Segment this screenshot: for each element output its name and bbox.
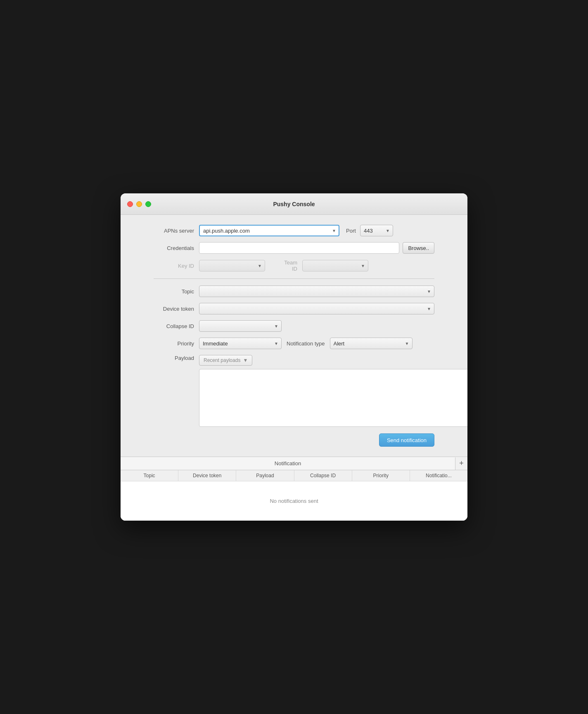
topic-wrapper: ▼	[199, 286, 434, 297]
topic-row: Topic ▼	[154, 286, 434, 297]
traffic-lights	[127, 201, 151, 207]
apns-server-row: APNs server api.push.apple.com api.devel…	[154, 225, 434, 236]
priority-select[interactable]: Immediate Low	[199, 338, 282, 349]
collapse-id-label: Collapse ID	[154, 323, 199, 329]
port-wrapper: 443 2197 ▼	[360, 225, 393, 236]
notification-type-wrapper: Alert Background VoIP Complication File …	[330, 338, 413, 349]
recent-payloads-chevron-icon: ▼	[243, 357, 248, 363]
col-header-topic: Topic	[121, 470, 178, 481]
main-content: APNs server api.push.apple.com api.devel…	[121, 215, 467, 457]
notification-type-select[interactable]: Alert Background VoIP Complication File …	[330, 338, 413, 349]
collapse-id-row: Collapse ID ▼	[154, 320, 434, 332]
notification-type-label: Notification type	[282, 340, 330, 347]
col-header-notification-type: Notificatio...	[410, 470, 467, 481]
team-id-select[interactable]	[302, 260, 368, 271]
payload-label: Payload	[154, 355, 199, 361]
col-header-payload: Payload	[236, 470, 294, 481]
recent-payloads-label: Recent payloads	[204, 357, 240, 363]
table-header-section: Notification +	[121, 457, 467, 470]
credentials-input-group: Browse..	[199, 242, 434, 254]
col-header-priority: Priority	[352, 470, 410, 481]
collapse-id-select[interactable]	[199, 320, 282, 332]
add-group-button[interactable]: +	[455, 457, 467, 470]
key-id-wrapper: ▼	[199, 260, 265, 271]
send-button-row: Send notification	[154, 433, 434, 447]
credentials-row: Credentials Browse..	[154, 242, 434, 254]
key-team-row: Key ID ▼ Team ID ▼	[154, 259, 434, 272]
table-section: Notification + Topic Device token Payloa…	[121, 457, 467, 521]
team-id-label: Team ID	[265, 259, 302, 272]
port-select[interactable]: 443 2197	[360, 225, 393, 236]
collapse-id-wrapper: ▼	[199, 320, 282, 332]
send-notification-button[interactable]: Send notification	[379, 433, 434, 447]
browse-button[interactable]: Browse..	[403, 242, 434, 254]
table-columns: Topic Device token Payload Collapse ID P…	[121, 470, 467, 481]
minimize-button[interactable]	[136, 201, 142, 207]
device-token-label: Device token	[154, 306, 199, 312]
section-divider	[154, 278, 434, 279]
col-header-collapse-id: Collapse ID	[294, 470, 352, 481]
app-window: Pushy Console APNs server api.push.apple…	[121, 193, 467, 521]
topic-label: Topic	[154, 288, 199, 295]
payload-row: Payload Recent payloads ▼	[154, 355, 434, 366]
key-id-select[interactable]	[199, 260, 265, 271]
maximize-button[interactable]	[145, 201, 151, 207]
device-token-select[interactable]	[199, 303, 434, 314]
priority-wrapper: Immediate Low ▼	[199, 338, 282, 349]
apns-server-select[interactable]: api.push.apple.com api.development.push.…	[199, 225, 339, 236]
payload-textarea[interactable]	[199, 369, 467, 427]
device-token-wrapper: ▼	[199, 303, 434, 314]
close-button[interactable]	[127, 201, 133, 207]
window-title: Pushy Console	[273, 201, 315, 207]
team-id-wrapper: ▼	[302, 260, 368, 271]
priority-label: Priority	[154, 340, 199, 347]
apns-server-wrapper: api.push.apple.com api.development.push.…	[199, 225, 339, 236]
apns-server-label: APNs server	[154, 228, 199, 234]
device-token-row: Device token ▼	[154, 303, 434, 314]
title-bar: Pushy Console	[121, 193, 467, 215]
priority-notif-row: Priority Immediate Low ▼ Notification ty…	[154, 338, 434, 349]
recent-payloads-button[interactable]: Recent payloads ▼	[199, 355, 252, 366]
credentials-label: Credentials	[154, 245, 199, 251]
notification-group-header: Notification	[121, 457, 455, 470]
table-empty-message: No notifications sent	[121, 481, 467, 521]
key-id-label: Key ID	[154, 263, 199, 269]
credentials-input[interactable]	[199, 242, 399, 254]
col-header-device-token: Device token	[178, 470, 236, 481]
topic-select[interactable]	[199, 286, 434, 297]
port-label: Port	[339, 228, 360, 234]
